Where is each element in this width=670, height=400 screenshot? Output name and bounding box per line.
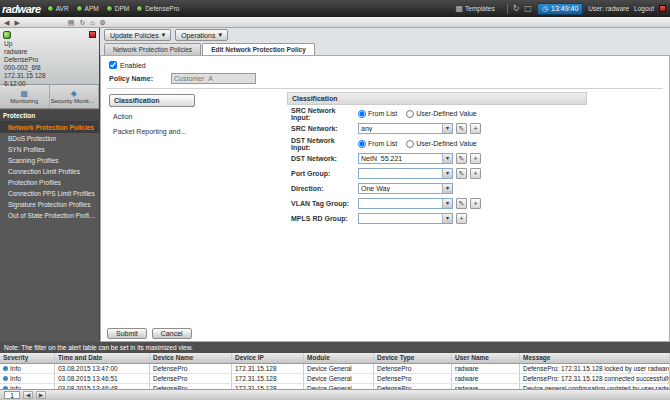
- add-icon[interactable]: +: [470, 153, 481, 164]
- chevron-down-icon: ▾: [442, 214, 452, 223]
- col-device-type[interactable]: Device Type: [374, 353, 452, 363]
- sidebar-view-tabs: ▦ Monitoring ◈ Security Monitoring: [0, 85, 99, 109]
- edit-icon[interactable]: ✎: [456, 153, 467, 164]
- nav-item-syn-profiles[interactable]: SYN Profiles: [0, 144, 99, 155]
- col-module[interactable]: Module: [304, 353, 374, 363]
- back-icon[interactable]: ◀: [3, 18, 10, 27]
- nav-item-signature-protection-profiles[interactable]: Signature Protection Profiles: [0, 199, 99, 210]
- src-user-defined-radio[interactable]: [406, 110, 414, 118]
- dst-from-list-option[interactable]: From List: [358, 140, 397, 148]
- col-device-ip[interactable]: Device IP: [232, 353, 304, 363]
- app-label: APM: [85, 5, 99, 12]
- refresh-icon[interactable]: ↻: [513, 4, 520, 13]
- add-icon[interactable]: +: [456, 213, 467, 224]
- chevron-down-icon: ▾: [218, 31, 222, 39]
- update-policies-button[interactable]: Update Policies ▾: [104, 29, 171, 41]
- separator: [507, 4, 508, 14]
- fullscreen-icon[interactable]: ▢: [524, 4, 532, 13]
- user-name-value: radware: [452, 364, 520, 373]
- dst-network-value: NetN_55.221: [359, 155, 442, 162]
- src-from-list-radio[interactable]: [358, 110, 366, 118]
- alarm-indicator-icon[interactable]: [659, 5, 666, 12]
- enabled-row: Enabled: [109, 61, 663, 69]
- alert-row[interactable]: Info 03.08.2015 13:47:00 DefensePro 172.…: [0, 364, 670, 374]
- refresh-device-icon[interactable]: ↻: [78, 18, 86, 27]
- enabled-checkbox[interactable]: [109, 61, 117, 69]
- alerts-pager: ◀ ▶: [0, 389, 670, 400]
- nav-item-connection-limit-profiles[interactable]: Connection Limit Profiles: [0, 166, 99, 177]
- col-user-name[interactable]: User Name: [452, 353, 520, 363]
- app-apm[interactable]: APM: [76, 5, 99, 12]
- security-icon: ◈: [71, 89, 77, 98]
- top-bar: radware AVR APM DPM DefensePro ▦ Templat…: [0, 0, 670, 17]
- src-user-defined-option[interactable]: User-Defined Value: [406, 110, 477, 118]
- page-number-input[interactable]: [4, 391, 20, 399]
- vlan-tag-group-select[interactable]: ▾: [358, 198, 453, 209]
- port-group-label: Port Group:: [291, 170, 355, 177]
- nav-item-bdos-protection[interactable]: BDoS Protection: [0, 133, 99, 144]
- section-classification[interactable]: Classification: [109, 94, 195, 107]
- nav-item-out-of-state-protection-profiles[interactable]: Out of State Protection Profiles: [0, 210, 99, 221]
- src-from-list-option[interactable]: From List: [358, 110, 397, 118]
- tab-monitoring[interactable]: ▦ Monitoring: [0, 85, 50, 108]
- col-device-name[interactable]: Device Name: [150, 353, 232, 363]
- vlan-tag-group-row: VLAN Tag Group: ▾ ✎ +: [291, 198, 587, 209]
- device-name-value: DefensePro: [150, 374, 232, 383]
- sidebar: Up radware DefensePro 000-002_6f8 172.31…: [0, 28, 100, 342]
- device-uptime: 6:12:00: [4, 80, 95, 88]
- forward-icon[interactable]: ▶: [13, 18, 20, 27]
- app-dpm[interactable]: DPM: [106, 5, 129, 12]
- nav-item-connection-pps-limit-profiles[interactable]: Connection PPS Limit Profiles: [0, 188, 99, 199]
- add-icon[interactable]: +: [470, 168, 481, 179]
- col-message[interactable]: Message: [520, 353, 670, 363]
- nav-item-scanning-profiles[interactable]: Scanning Profiles: [0, 155, 99, 166]
- operations-button[interactable]: Operations ▾: [175, 29, 228, 41]
- edit-icon[interactable]: ✎: [456, 123, 467, 134]
- previous-page-icon[interactable]: ◀: [23, 391, 33, 399]
- app-defensepro[interactable]: DefensePro: [136, 5, 179, 12]
- device-ip-value: 172.31.15.128: [232, 364, 304, 373]
- policy-name-field: [171, 73, 256, 84]
- col-time-and-date[interactable]: Time and Date: [55, 353, 150, 363]
- radio-label: From List: [368, 140, 397, 147]
- alert-row[interactable]: Info 03.08.2015 13:46:51 DefensePro 172.…: [0, 374, 670, 384]
- classification-group: Classification SRC Network Input: From L…: [287, 92, 587, 228]
- src-network-row: SRC Network: any ▾ ✎ +: [291, 123, 587, 134]
- severity-value: Info: [10, 365, 21, 372]
- add-icon[interactable]: +: [470, 198, 481, 209]
- direction-select[interactable]: One Way ▾: [358, 183, 453, 194]
- tab-edit-network-protection-policy[interactable]: Edit Network Protection Policy: [202, 43, 315, 55]
- edit-icon[interactable]: ✎: [456, 168, 467, 179]
- add-icon[interactable]: +: [470, 123, 481, 134]
- tab-network-protection-policies[interactable]: Network Protection Policies: [104, 43, 201, 55]
- next-page-icon[interactable]: ▶: [36, 391, 46, 399]
- edit-icon[interactable]: ✎: [456, 198, 467, 209]
- templates-button[interactable]: ▦ Templates: [455, 4, 494, 13]
- alerts-note-bar: Note: The filter on the alert table can …: [0, 342, 670, 353]
- tab-security-monitoring[interactable]: ◈ Security Monitoring: [50, 85, 100, 108]
- mpls-rd-group-select[interactable]: ▾: [358, 213, 453, 224]
- submit-button[interactable]: Submit: [107, 328, 147, 339]
- cancel-button[interactable]: Cancel: [152, 328, 192, 339]
- nav-item-network-protection-policies[interactable]: Network Protection Policies: [0, 122, 99, 133]
- save-icon[interactable]: ▤: [67, 18, 76, 27]
- nav-section-protection[interactable]: Protection: [0, 110, 99, 122]
- logout-button[interactable]: Logout: [634, 5, 654, 12]
- src-network-select[interactable]: any ▾: [358, 123, 453, 134]
- app-avr[interactable]: AVR: [47, 5, 69, 12]
- tab-label: Security Monitoring: [51, 98, 97, 104]
- classification-group-title: Classification: [287, 92, 587, 105]
- home-icon[interactable]: ⌂: [89, 18, 95, 27]
- dst-user-defined-option[interactable]: User-Defined Value: [406, 140, 477, 148]
- dst-network-select[interactable]: NetN_55.221 ▾: [358, 153, 453, 164]
- col-severity[interactable]: Severity: [0, 353, 55, 363]
- nav-item-protection-profiles[interactable]: Protection Profiles: [0, 177, 99, 188]
- navigation-tree: Protection Network Protection Policies B…: [0, 109, 99, 342]
- section-packet-reporting[interactable]: Packet Reporting and...: [109, 126, 195, 137]
- port-group-select[interactable]: ▾: [358, 168, 453, 179]
- gear-icon[interactable]: ⚙: [99, 18, 107, 27]
- dst-from-list-radio[interactable]: [358, 140, 366, 148]
- section-action[interactable]: Action: [109, 111, 195, 122]
- dst-user-defined-radio[interactable]: [406, 140, 414, 148]
- device-name-value: DefensePro: [150, 364, 232, 373]
